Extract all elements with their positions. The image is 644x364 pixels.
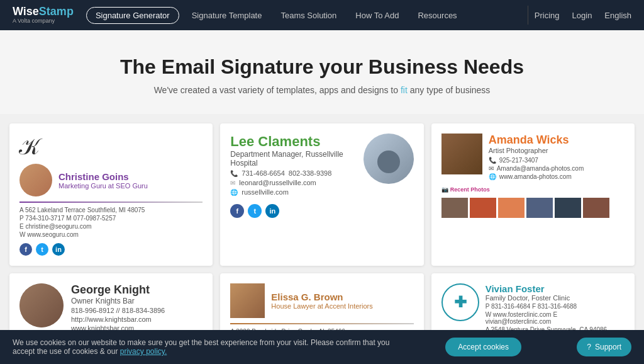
email-icon: ✉ <box>489 165 494 172</box>
profile-row: Lee Claments Department Manager, Russell… <box>230 134 413 198</box>
phone-line: 📞 731-468-6654 802-338-9398 <box>230 169 355 177</box>
email-icon: ✉ <box>230 179 235 186</box>
logo[interactable]: WiseStamp A Volta company <box>13 6 74 25</box>
profile-info: Vivian Foster Family Doctor, Foster Clin… <box>486 283 625 334</box>
divider <box>230 323 413 324</box>
person-title: Marketing Guru at SEO Guru <box>58 182 148 190</box>
website-line: 🌐 www.amanda-photos.com <box>489 173 584 180</box>
photos-row <box>441 198 625 218</box>
phone-line: 818-996-8912 // 818-834-3896 <box>71 307 191 314</box>
nav-divider <box>528 6 528 25</box>
cookie-text: We use cookies on our website to make su… <box>13 338 390 356</box>
avatar <box>364 134 414 184</box>
person-name: Vivian Foster <box>486 283 625 294</box>
instagram-icon: 📷 <box>441 186 448 193</box>
social-icons: f t in <box>230 204 413 218</box>
photo-thumb <box>555 198 581 218</box>
nav-how-to-add[interactable]: How To Add <box>355 11 399 20</box>
photo-thumb <box>498 198 525 218</box>
linkedin-icon[interactable]: in <box>265 204 279 218</box>
divider <box>19 202 203 203</box>
text-info: Lee Claments Department Manager, Russell… <box>230 134 355 198</box>
phone1: 731-468-6654 <box>242 169 285 177</box>
phone2: 802-338-9398 <box>289 169 332 177</box>
support-icon: ? <box>587 343 591 351</box>
privacy-policy-link[interactable]: privacy policy. <box>120 347 167 356</box>
profile-row: Amanda Wicks Artist Photographer 📞 925-2… <box>441 134 625 181</box>
person-name: Lee Claments <box>230 134 355 150</box>
nav-links: Signature Template Teams Solution How To… <box>192 11 521 20</box>
web-icon: 🌐 <box>230 189 238 196</box>
avatar <box>19 164 52 196</box>
cookie-banner: We use cookies on our website to make su… <box>0 330 644 364</box>
avatar <box>230 283 265 318</box>
phone-icon: 📞 <box>489 157 496 164</box>
navigation: WiseStamp A Volta company Signature Gene… <box>0 0 644 30</box>
profile-info: Amanda Wicks Artist Photographer 📞 925-2… <box>489 134 584 181</box>
card-christine: 𝒦 Christine Goins Marketing Guru at SEO … <box>9 123 213 266</box>
web-icon: 🌐 <box>489 173 496 180</box>
hero-title: The Email Signature your Business Needs <box>13 55 631 79</box>
recent-photos-label: 📷 Recent Photos <box>441 186 625 193</box>
support-button[interactable]: ? Support <box>577 338 631 356</box>
person-title: Department Manager, Russellville Hospita… <box>230 150 355 168</box>
nav-signature-template[interactable]: Signature Template <box>192 11 262 20</box>
photo-thumb <box>526 198 553 218</box>
nav-teams-solution[interactable]: Teams Solution <box>280 11 336 20</box>
linkedin-icon[interactable]: in <box>52 243 65 256</box>
twitter-icon[interactable]: t <box>36 243 48 256</box>
email-line: ✉ Amanda@amanda-photos.com <box>489 165 584 172</box>
email-line: ✉ leonard@russellville.com <box>230 179 355 186</box>
person-name: Elissa G. Brown <box>271 292 372 302</box>
hero-section: The Email Signature your Business Needs … <box>0 30 644 114</box>
person-title: House Lawyer at Accent Interiors <box>271 302 372 310</box>
website1-line: http://www.knightsbar.com <box>71 316 191 323</box>
hero-highlight: fit <box>401 85 408 95</box>
phone-line: 📞 925-217-3407 <box>489 157 584 164</box>
website-line: 🌐 russellville.com <box>230 188 355 196</box>
person-name: Christine Goins <box>58 171 148 182</box>
photo-thumb <box>583 198 609 218</box>
profile-row: Elissa G. Brown House Lawyer at Accent I… <box>230 283 413 318</box>
phone-line: P 831-316-4684 F 831-316-4688 <box>486 303 625 310</box>
avatar <box>19 283 64 327</box>
person-title: Artist Photographer <box>489 147 584 154</box>
card-amanda: Amanda Wicks Artist Photographer 📞 925-2… <box>431 123 635 266</box>
photo-thumb <box>470 198 496 218</box>
person-name: Amanda Wicks <box>489 134 584 147</box>
person-name: George Knight <box>71 283 191 297</box>
website-line: W www.seoguru.com <box>19 231 203 238</box>
profile-row: Christine Goins Marketing Guru at SEO Gu… <box>19 164 203 196</box>
social-icons: f t in <box>19 243 203 256</box>
signature-generator-button[interactable]: Signature Generator <box>86 7 179 24</box>
address-line: A 562 Lakeland Terrace Southfield, MI 48… <box>19 207 203 213</box>
phone-icon: 📞 <box>230 170 238 177</box>
profile-row: ✚ Vivian Foster Family Doctor, Foster Cl… <box>441 283 625 334</box>
nav-right: Pricing Login English <box>535 11 631 20</box>
hero-subtitle: We've created a vast variety of template… <box>13 85 631 95</box>
nav-login[interactable]: Login <box>572 11 592 20</box>
decorative-k: 𝒦 <box>19 134 203 160</box>
twitter-icon[interactable]: t <box>248 204 262 218</box>
cards-grid: 𝒦 Christine Goins Marketing Guru at SEO … <box>0 114 644 364</box>
person-title: Family Doctor, Foster Clinic <box>486 294 625 302</box>
clinic-logo: ✚ <box>441 283 479 321</box>
facebook-icon[interactable]: f <box>19 243 32 256</box>
cross-icon: ✚ <box>454 293 467 311</box>
profile-info: Christine Goins Marketing Guru at SEO Gu… <box>58 171 148 190</box>
nav-language[interactable]: English <box>604 11 631 20</box>
nav-resources[interactable]: Resources <box>418 11 457 20</box>
facebook-icon[interactable]: f <box>230 204 244 218</box>
profile-info: Elissa G. Brown House Lawyer at Accent I… <box>271 292 372 310</box>
nav-pricing[interactable]: Pricing <box>535 11 560 20</box>
accept-cookies-button[interactable]: Accept cookies <box>445 338 521 356</box>
avatar <box>441 134 482 174</box>
person-title: Owner Knights Bar <box>71 297 191 305</box>
card-lee: Lee Claments Department Manager, Russell… <box>220 123 423 266</box>
photo-thumb <box>441 198 468 218</box>
websites-line: W www.fosterclinic.com E vivian@fostercl… <box>486 311 625 325</box>
email-line: E christine@seoguru.com <box>19 223 203 230</box>
phone-line: P 734-310-3717 M 077-0987-5257 <box>19 215 203 222</box>
